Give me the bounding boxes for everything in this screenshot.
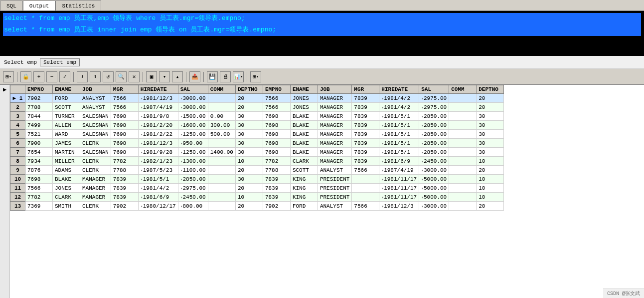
table-row[interactable]: 127782CLARKMANAGER7839▾1981/6/9▾2450.001…	[10, 193, 504, 202]
cell-l-deptno: 30	[235, 112, 263, 121]
cell-r-ename: JONES	[290, 94, 318, 103]
search-button[interactable]: 🔍	[116, 71, 127, 82]
header-r-sal[interactable]: SAL	[419, 85, 449, 94]
tab-output[interactable]: Output	[23, 0, 56, 10]
clear-filter-button[interactable]: ✕	[129, 71, 140, 82]
table-row[interactable]: 97876ADAMSCLERK7788▾1987/5/23▾1100.00207…	[10, 166, 504, 175]
cell-l-hiredate: ▾1981/6/9	[138, 193, 178, 202]
sql-editor[interactable]: select * from emp 员工表,emp 领导表 where 员工表.…	[0, 11, 644, 56]
cell-r-comm	[449, 148, 477, 157]
cell-l-sal: ▾3000.00	[178, 103, 208, 112]
toolbar: ⊞▾ 🔒 + − ✓ ⬇ ⬆ ↺ 🔍 ✕ ▣ ▾ ▴ 📤 💾 🖨 📊▾ ⊞▾	[0, 69, 644, 85]
header-r-empno[interactable]: EMPNO	[263, 85, 290, 94]
add-row-button[interactable]: +	[33, 71, 44, 82]
filter-button[interactable]: ▣	[146, 71, 157, 82]
cell-l-empno: 7698	[25, 175, 53, 184]
table-container[interactable]: EMPNO ENAME JOB MGR HIREDATE SAL COMM DE…	[10, 85, 644, 298]
cell-r-empno: 7902	[263, 202, 290, 211]
cell-l-deptno: 20	[235, 184, 263, 193]
cell-l-hiredate: ▾1981/9/28	[138, 148, 178, 157]
save-button[interactable]: 💾	[207, 71, 218, 82]
table-row[interactable]: 77654MARTINSALESMAN7698▾1981/9/28▾1250.0…	[10, 148, 504, 157]
cell-r-comm	[449, 112, 477, 121]
select-emp-bar: Select emp Select emp	[0, 56, 644, 69]
header-rownum	[10, 85, 25, 94]
cell-r-empno: 7698	[263, 130, 290, 139]
table-row[interactable]: 57521WARDSALESMAN7698▾1981/2/22▾1250.005…	[10, 130, 504, 139]
row-number: 11	[10, 184, 25, 193]
check-button[interactable]: ✓	[59, 71, 70, 82]
cell-r-hiredate: ▾1981/5/1	[379, 139, 419, 148]
cell-l-hiredate: ▾1987/5/23	[138, 166, 178, 175]
row-number: 4	[10, 121, 25, 130]
sort-desc-button[interactable]: ⬇	[77, 71, 88, 82]
cell-l-ename: SMITH	[53, 202, 80, 211]
header-l-job[interactable]: JOB	[80, 85, 111, 94]
header-l-mgr[interactable]: MGR	[111, 85, 138, 94]
cell-r-empno: 7788	[263, 166, 290, 175]
cell-r-mgr: 7566	[352, 202, 379, 211]
table-row[interactable]: 137369SMITHCLERK7902▾1980/12/17▾800.0020…	[10, 202, 504, 211]
header-l-hiredate[interactable]: HIREDATE	[138, 85, 178, 94]
cell-l-hiredate: ▾1981/2/22	[138, 130, 178, 139]
tab-statistics[interactable]: Statistics	[55, 0, 101, 10]
sort-asc-button[interactable]: ⬆	[90, 71, 101, 82]
row-number: 12	[10, 193, 25, 202]
cell-r-job: MANAGER	[318, 112, 351, 121]
header-r-job[interactable]: JOB	[318, 85, 351, 94]
header-r-ename[interactable]: ENAME	[290, 85, 318, 94]
refresh-button[interactable]: ↺	[103, 71, 114, 82]
cell-l-comm	[208, 139, 235, 148]
cell-r-empno: 7698	[263, 139, 290, 148]
cell-r-ename: JONES	[290, 103, 318, 112]
cell-r-sal: ▾2975.00	[419, 94, 449, 103]
cell-l-sal: ▾3000.00	[178, 94, 208, 103]
remove-row-button[interactable]: −	[46, 71, 57, 82]
grid-icon-button[interactable]: ⊞▾	[3, 71, 14, 82]
cell-l-empno: 7369	[25, 202, 53, 211]
table-row[interactable]: 87934MILLERCLERK7782▾1982/1/23▾1300.0010…	[10, 157, 504, 166]
cell-r-mgr: 7839	[352, 112, 379, 121]
cell-l-empno: 7521	[25, 130, 53, 139]
row-number: 5	[10, 130, 25, 139]
arrow-up-button[interactable]: ▴	[172, 71, 183, 82]
header-l-empno[interactable]: EMPNO	[25, 85, 53, 94]
cell-r-job: PRESIDENT	[318, 184, 351, 193]
cell-l-ename: JAMES	[53, 139, 80, 148]
print-button[interactable]: 🖨	[220, 71, 231, 82]
header-l-deptno[interactable]: DEPTNO	[235, 85, 263, 94]
table-row[interactable]: ▶ 17902FORDANALYST7566▾1981/12/3▾3000.00…	[10, 94, 504, 103]
table-row[interactable]: 117566JONESMANAGER7839▾1981/4/2▾2975.002…	[10, 184, 504, 193]
table-row[interactable]: 67900JAMESCLERK7698▾1981/12/3▾950.003076…	[10, 139, 504, 148]
header-r-deptno[interactable]: DEPTNO	[477, 85, 504, 94]
cell-l-comm	[208, 202, 235, 211]
cell-r-ename: KING	[290, 184, 318, 193]
table-row[interactable]: 37844TURNERSALESMAN7698▾1981/9/8▾1500.00…	[10, 112, 504, 121]
header-r-comm[interactable]: COMM	[449, 85, 477, 94]
arrow-down-button[interactable]: ▾	[159, 71, 170, 82]
cell-r-comm	[449, 130, 477, 139]
table-row[interactable]: 47499ALLENSALESMAN7698▾1981/2/20▾1600.00…	[10, 121, 504, 130]
header-l-ename[interactable]: ENAME	[53, 85, 80, 94]
grid2-button[interactable]: ⊞▾	[250, 71, 261, 82]
cell-l-deptno: 30	[235, 148, 263, 157]
header-l-sal[interactable]: SAL	[178, 85, 208, 94]
lock-button[interactable]: 🔒	[20, 71, 31, 82]
cell-l-empno: 7499	[25, 121, 53, 130]
cell-r-deptno: 30	[477, 121, 504, 130]
toolbar-sep-4	[186, 72, 186, 82]
export-button[interactable]: 📤	[189, 71, 200, 82]
cell-r-hiredate: ▾1987/4/19	[379, 166, 419, 175]
cell-r-mgr	[352, 175, 379, 184]
chart-button[interactable]: 📊▾	[233, 71, 244, 82]
cell-r-ename: FORD	[290, 202, 318, 211]
table-row[interactable]: 27788SCOTTANALYST7566▾1987/4/19▾3000.002…	[10, 103, 504, 112]
cell-l-sal: ▾1300.00	[178, 157, 208, 166]
cell-l-ename: BLAKE	[53, 175, 80, 184]
header-r-hiredate[interactable]: HIREDATE	[379, 85, 419, 94]
cell-l-hiredate: ▾1981/4/2	[138, 184, 178, 193]
header-l-comm[interactable]: COMM	[208, 85, 235, 94]
header-r-mgr[interactable]: MGR	[352, 85, 379, 94]
tab-sql[interactable]: SQL	[0, 0, 23, 10]
table-row[interactable]: 107698BLAKEMANAGER7839▾1981/5/1▾2850.003…	[10, 175, 504, 184]
